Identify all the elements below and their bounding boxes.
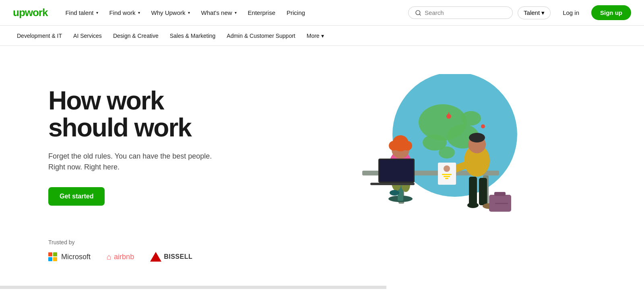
find-talent-nav[interactable]: Find talent ▾ — [60, 6, 103, 19]
svg-point-19 — [402, 141, 412, 151]
chevron-down-icon: ▾ — [235, 10, 237, 15]
cat-development-it[interactable]: Development & IT — [13, 30, 66, 41]
svg-rect-36 — [444, 176, 450, 177]
chevron-down-icon: ▾ — [321, 33, 324, 39]
svg-point-7 — [439, 146, 455, 159]
chevron-down-icon: ▾ — [96, 10, 98, 15]
svg-rect-35 — [442, 174, 452, 175]
bissell-triangle-icon — [150, 252, 161, 262]
trusted-logos: Microsoft ⌂ airbnb BISSELL — [48, 252, 596, 262]
login-button[interactable]: Log in — [555, 6, 586, 19]
signup-button[interactable]: Sign up — [591, 5, 631, 20]
svg-point-22 — [390, 190, 399, 196]
svg-point-28 — [469, 133, 485, 142]
svg-rect-30 — [479, 178, 487, 205]
talent-dropdown-button[interactable]: Talent ▾ — [518, 6, 551, 19]
search-icon — [415, 10, 421, 16]
search-box[interactable] — [408, 6, 513, 19]
svg-rect-40 — [495, 203, 508, 204]
hero-section: How work should work Forget the old rule… — [0, 46, 644, 239]
svg-rect-37 — [445, 178, 448, 179]
airbnb-icon: ⌂ — [107, 252, 111, 262]
hero-title: How work should work — [48, 87, 258, 141]
svg-rect-25 — [370, 183, 415, 185]
pricing-nav[interactable]: Pricing — [282, 6, 310, 19]
cat-design-creative[interactable]: Design & Creative — [109, 30, 163, 41]
cat-ai-services[interactable]: AI Services — [69, 30, 106, 41]
hero-content: How work should work Forget the old rule… — [48, 87, 258, 206]
svg-point-6 — [461, 111, 481, 126]
svg-rect-24 — [380, 160, 413, 182]
hero-subtitle: Forget the old rules. You can have the b… — [48, 151, 258, 173]
svg-line-1 — [419, 14, 421, 15]
microsoft-grid-icon — [48, 252, 57, 261]
svg-point-9 — [481, 124, 485, 128]
hero-illustration-svg — [330, 74, 539, 219]
airbnb-logo: ⌂ airbnb — [107, 252, 134, 262]
svg-point-34 — [444, 165, 450, 172]
find-work-nav[interactable]: Find work ▾ — [105, 6, 145, 19]
svg-rect-39 — [494, 192, 506, 196]
svg-point-18 — [389, 141, 398, 151]
microsoft-logo: Microsoft — [48, 252, 91, 261]
trusted-label: Trusted by — [48, 239, 596, 245]
svg-point-32 — [467, 202, 479, 208]
upwork-logo[interactable]: upwork — [13, 6, 47, 19]
svg-rect-29 — [469, 177, 477, 205]
whats-new-nav[interactable]: What's new ▾ — [196, 6, 242, 19]
cat-sales-marketing[interactable]: Sales & Marketing — [166, 30, 220, 41]
category-navigation: Development & IT AI Services Design & Cr… — [0, 26, 644, 46]
why-upwork-nav[interactable]: Why Upwork ▾ — [147, 6, 195, 19]
chevron-down-icon: ▾ — [138, 10, 140, 15]
bissell-logo: BISSELL — [150, 252, 192, 262]
top-navigation: upwork Find talent ▾ Find work ▾ Why Upw… — [0, 0, 644, 26]
cat-admin-support[interactable]: Admin & Customer Support — [223, 30, 299, 41]
bottom-strip — [0, 286, 644, 289]
nav-right-section: Talent ▾ Log in Sign up — [408, 5, 631, 20]
cat-more[interactable]: More ▾ — [303, 30, 328, 41]
search-input[interactable] — [425, 9, 506, 16]
get-started-button[interactable]: Get started — [48, 187, 105, 206]
chevron-down-icon: ▾ — [541, 9, 545, 17]
nav-links: Find talent ▾ Find work ▾ Why Upwork ▾ W… — [60, 6, 408, 19]
chevron-down-icon: ▾ — [188, 10, 190, 15]
hero-illustration — [258, 74, 612, 219]
enterprise-nav[interactable]: Enterprise — [243, 6, 280, 19]
trusted-by-section: Trusted by Microsoft ⌂ airbnb BISSELL — [0, 239, 644, 278]
